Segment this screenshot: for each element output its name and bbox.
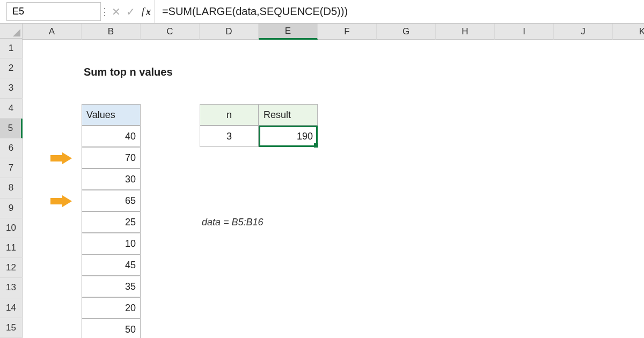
separator: ⋮ bbox=[101, 0, 108, 23]
worksheet-grid: 1 2 3 4 5 6 7 8 9 10 11 12 13 14 15 A B … bbox=[0, 24, 644, 338]
cell-value[interactable]: 35 bbox=[82, 276, 141, 297]
row-header[interactable]: 1 bbox=[0, 39, 23, 58]
column-headers: A B C D E F G H I J K bbox=[23, 24, 644, 40]
formula-input[interactable]: =SUM(LARGE(data,SEQUENCE(D5))) bbox=[154, 0, 644, 23]
row-headers: 1 2 3 4 5 6 7 8 9 10 11 12 13 14 15 bbox=[0, 24, 23, 338]
col-header[interactable]: B bbox=[82, 24, 141, 40]
col-header[interactable]: A bbox=[23, 24, 82, 40]
row-header[interactable]: 5 bbox=[0, 119, 23, 138]
fx-icon[interactable]: ƒx bbox=[141, 5, 151, 18]
row-header[interactable]: 8 bbox=[0, 178, 23, 198]
cell-value[interactable]: 70 bbox=[82, 147, 141, 168]
col-header[interactable]: D bbox=[200, 24, 259, 40]
arrow-right-icon bbox=[50, 195, 67, 206]
col-header[interactable]: G bbox=[377, 24, 436, 40]
formula-bar: ▾ ⋮ ✕ ✓ ƒx =SUM(LARGE(data,SEQUENCE(D5))… bbox=[0, 0, 644, 24]
row-header[interactable]: 11 bbox=[0, 238, 23, 258]
header-values[interactable]: Values bbox=[82, 104, 141, 126]
col-header[interactable]: F bbox=[318, 24, 377, 40]
row-header[interactable]: 7 bbox=[0, 158, 23, 178]
cancel-icon[interactable]: ✕ bbox=[112, 5, 121, 18]
cell-value[interactable]: 25 bbox=[82, 211, 141, 233]
cell-result-value[interactable]: 190 bbox=[259, 126, 318, 147]
row-header[interactable]: 15 bbox=[0, 318, 23, 338]
header-result[interactable]: Result bbox=[259, 104, 318, 126]
svg-marker-1 bbox=[50, 195, 72, 207]
name-box[interactable]: ▾ bbox=[6, 2, 101, 21]
sheet-title: Sum top n values bbox=[82, 61, 221, 83]
col-header[interactable]: E bbox=[259, 24, 318, 40]
row-header[interactable]: 4 bbox=[0, 99, 23, 119]
cell-area[interactable]: Sum top n values Values n Result 3 190 4… bbox=[23, 40, 644, 338]
row-header[interactable]: 9 bbox=[0, 199, 23, 218]
row-header[interactable]: 3 bbox=[0, 78, 23, 98]
col-header[interactable]: C bbox=[141, 24, 200, 40]
formula-controls: ✕ ✓ ƒx bbox=[108, 0, 154, 23]
row-header[interactable]: 14 bbox=[0, 298, 23, 318]
cell-value[interactable]: 50 bbox=[82, 319, 141, 338]
svg-marker-0 bbox=[50, 152, 72, 164]
cell-value[interactable]: 10 bbox=[82, 233, 141, 254]
row-header[interactable]: 12 bbox=[0, 258, 23, 278]
col-header[interactable]: H bbox=[436, 24, 495, 40]
cell-value[interactable]: 65 bbox=[82, 190, 141, 211]
range-note: data = B5:B16 bbox=[200, 211, 318, 233]
enter-icon[interactable]: ✓ bbox=[126, 5, 135, 18]
select-all-corner[interactable] bbox=[0, 24, 23, 39]
cell-value[interactable]: 30 bbox=[82, 168, 141, 190]
cell-value[interactable]: 45 bbox=[82, 254, 141, 276]
arrow-right-icon bbox=[50, 152, 67, 163]
row-header[interactable]: 10 bbox=[0, 218, 23, 238]
cell-n-value[interactable]: 3 bbox=[200, 126, 259, 147]
header-n[interactable]: n bbox=[200, 104, 259, 126]
cell-value[interactable]: 40 bbox=[82, 126, 141, 147]
row-header[interactable]: 2 bbox=[0, 58, 23, 78]
row-header[interactable]: 6 bbox=[0, 138, 23, 158]
col-header[interactable]: J bbox=[554, 24, 613, 40]
col-header[interactable]: I bbox=[495, 24, 554, 40]
cell-value[interactable]: 20 bbox=[82, 297, 141, 319]
row-header[interactable]: 13 bbox=[0, 278, 23, 298]
col-header[interactable]: K bbox=[613, 24, 644, 40]
